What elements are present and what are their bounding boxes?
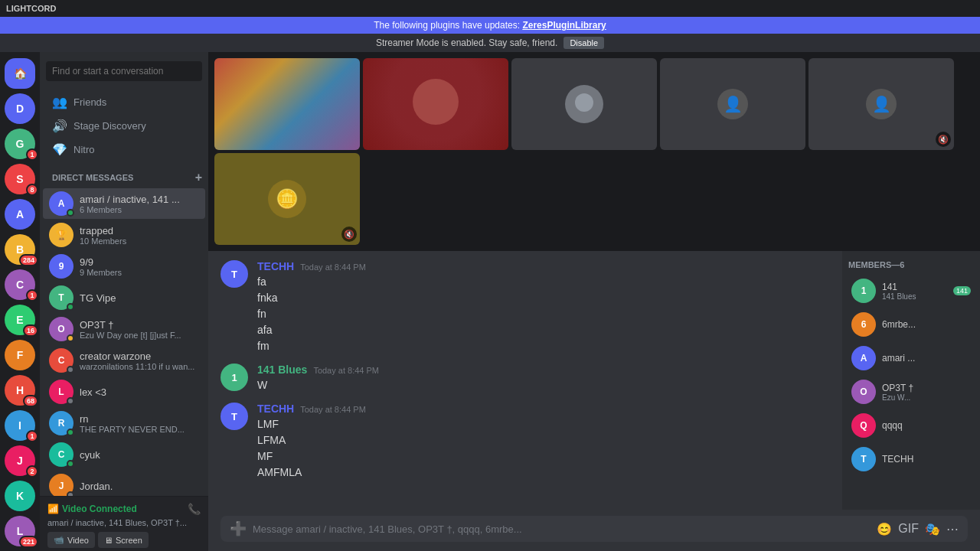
member-item-member-amari[interactable]: Aamari ... <box>848 343 974 373</box>
server-icon-server-7[interactable]: E16 <box>5 305 35 335</box>
msg-line-msg1-4: fm <box>257 338 830 354</box>
video-tile-6[interactable]: 🪙 🔇 <box>214 153 360 245</box>
dm-info-op3t: OP3T †Ezu W Day one [t] [j]ust F... <box>80 319 199 340</box>
dm-item-rn[interactable]: RrnTHE PARTY NEVER END... <box>43 408 205 439</box>
message-input[interactable] <box>253 523 871 535</box>
screen-label: Screen <box>116 536 142 545</box>
dm-sidebar: 👥 Friends 🔊 Stage Discovery 💎 Nitro DIRE… <box>40 52 208 551</box>
dm-item-amari[interactable]: Aamari / inactive, 141 ...6 Members <box>43 188 205 219</box>
server-icon-server-11[interactable]: J2 <box>5 445 35 476</box>
video-tile-2[interactable] <box>363 58 508 150</box>
avatar-lex3: L <box>49 380 74 404</box>
msg-avatar-msg1: T <box>220 260 248 288</box>
dm-sub-amari: 6 Members <box>80 205 199 214</box>
status-dot-cyuk <box>67 460 74 468</box>
member-name-member-op3t: OP3T † <box>882 383 971 393</box>
msg-line-msg3-0: LMF <box>257 416 830 432</box>
add-dm-button[interactable]: + <box>195 171 202 184</box>
video-tile-5[interactable]: 👤 🔇 <box>808 58 954 150</box>
dm-info-creator-warzone: creator warzonewarzonilations 11:10 if u… <box>80 350 199 371</box>
dm-item-9-9[interactable]: 99/99 Members <box>43 251 205 282</box>
dm-item-lex3[interactable]: Llex <3 <box>43 377 205 407</box>
member-avatar-member-op3t: O <box>851 380 876 404</box>
screen-button[interactable]: 🖥 Screen <box>98 532 149 548</box>
dm-item-cyuk[interactable]: Ccyuk <box>43 439 205 470</box>
screen-icon: 🖥 <box>104 536 113 545</box>
voice-controls: 📹 Video 🖥 Screen <box>47 532 201 548</box>
message-input-area: ➕ 😊 GIF 🎭 ⋯ <box>208 510 980 551</box>
server-icon-server-9[interactable]: H68 <box>5 375 35 406</box>
video-button[interactable]: 📹 Video <box>47 532 95 548</box>
dm-item-trapped[interactable]: 🏆trapped10 Members <box>43 220 205 250</box>
emoji-button[interactable]: 😊 <box>877 522 892 536</box>
msg-line-msg1-1: fnka <box>257 290 830 306</box>
dm-info-rn: rnTHE PARTY NEVER END... <box>80 413 199 434</box>
member-name-member-qqqq: qqqq <box>882 420 971 431</box>
server-icon-server-1[interactable]: D <box>5 93 35 124</box>
member-item-member-6mr[interactable]: 66mrbe... <box>848 309 974 340</box>
message-group-msg2: 1141 BluesToday at 8:44 PMW <box>220 364 830 393</box>
member-item-member-op3t[interactable]: OOP3T †Ezu W... <box>848 377 974 407</box>
server-icon-server-10[interactable]: I1 <box>5 410 35 441</box>
dm-item-tg-vipe[interactable]: TTG Vipe <box>43 282 205 313</box>
status-dot-jordan1 <box>67 491 74 496</box>
avatar-amari: A <box>49 191 74 216</box>
search-input[interactable] <box>46 61 202 81</box>
msg-header-msg2: 141 BluesToday at 8:44 PM <box>257 364 830 376</box>
server-icon-discord-home[interactable]: 🏠 <box>5 58 35 89</box>
server-icon-server-12[interactable]: K <box>5 481 35 511</box>
members-sidebar: MEMBERS—6 1141141 Blues14166mrbe...Aamar… <box>842 251 980 510</box>
plugin-text: The following plugins have updates: <box>374 20 522 31</box>
member-info-member-141: 141141 Blues <box>882 282 947 301</box>
dm-item-jordan1[interactable]: JJordan. <box>43 471 205 496</box>
member-avatar-member-141: 1 <box>851 279 876 303</box>
sticker-button[interactable]: 🎭 <box>925 522 940 536</box>
member-avatar-member-techh: T <box>851 447 876 471</box>
dm-name-rn: rn <box>80 413 199 425</box>
nav-friends[interactable]: 👥 Friends <box>46 90 202 114</box>
nav-nitro[interactable]: 💎 Nitro <box>46 138 202 161</box>
msg-author-msg3: TECHH <box>257 403 294 415</box>
disable-button[interactable]: Disable <box>564 37 604 49</box>
server-icon-server-4[interactable]: A <box>5 199 35 230</box>
gif-button[interactable]: GIF <box>898 522 919 536</box>
voice-status-text: Video Connected <box>62 504 137 514</box>
more-button[interactable]: ⋯ <box>946 522 959 536</box>
title-bar: LIGHTCORD <box>0 0 980 17</box>
dm-name-trapped: trapped <box>80 225 199 236</box>
dm-item-creator-warzone[interactable]: Ccreator warzonewarzonilations 11:10 if … <box>43 345 205 376</box>
dm-name-tg-vipe: TG Vipe <box>80 292 199 304</box>
video-tile-3[interactable] <box>511 58 657 150</box>
member-item-member-141[interactable]: 1141141 Blues141 <box>848 276 974 306</box>
server-icon-server-8[interactable]: F <box>5 340 35 370</box>
member-name-member-amari: amari ... <box>882 353 971 364</box>
server-badge-server-9: 68 <box>23 395 38 407</box>
server-icon-server-6[interactable]: C1 <box>5 269 35 300</box>
server-icon-server-5[interactable]: B284 <box>5 234 35 265</box>
member-item-member-qqqq[interactable]: Qqqqq <box>848 410 974 441</box>
dm-name-op3t: OP3T † <box>80 319 199 331</box>
member-info-member-op3t: OP3T †Ezu W... <box>882 383 971 402</box>
msg-line-msg1-3: afa <box>257 322 830 338</box>
server-icon-server-13[interactable]: L221 <box>5 516 35 546</box>
plugin-link[interactable]: ZeresPluginLibrary <box>522 20 606 31</box>
avatar-tg-vipe: T <box>49 285 74 310</box>
dm-info-tg-vipe: TG Vipe <box>80 292 199 304</box>
msg-content-msg1: TECHHToday at 8:44 PMfafnkafnafafm <box>257 260 830 354</box>
nav-stage[interactable]: 🔊 Stage Discovery <box>46 114 202 138</box>
video-tile-4[interactable]: 👤 <box>660 58 805 150</box>
video-tile-1[interactable] <box>214 58 360 150</box>
attach-button[interactable]: ➕ <box>230 520 247 537</box>
member-item-member-techh[interactable]: TTECHH <box>848 444 974 474</box>
dm-item-op3t[interactable]: OOP3T †Ezu W Day one [t] [j]ust F... <box>43 314 205 344</box>
msg-header-msg3: TECHHToday at 8:44 PM <box>257 403 830 415</box>
status-dot-amari <box>67 209 74 217</box>
server-icon-server-2[interactable]: G1 <box>5 129 35 159</box>
stage-icon: 🔊 <box>52 119 67 133</box>
mute-icon-6: 🔇 <box>341 227 357 242</box>
server-icon-server-3[interactable]: S8 <box>5 164 35 194</box>
dm-info-trapped: trapped10 Members <box>80 225 199 246</box>
voice-leave-icon[interactable]: 📞 <box>188 503 201 515</box>
dm-sub-9-9: 9 Members <box>80 268 199 277</box>
dm-info-jordan1: Jordan. <box>80 481 199 492</box>
